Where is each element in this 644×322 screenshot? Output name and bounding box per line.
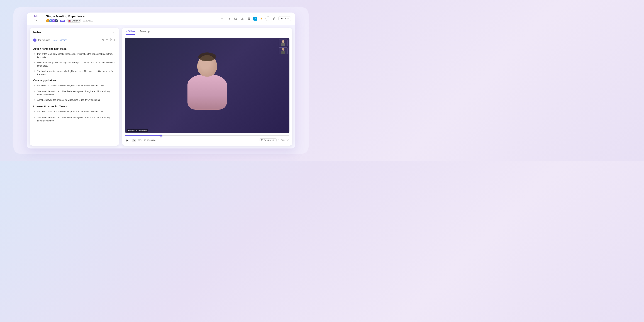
more-options-button[interactable] <box>219 16 225 21</box>
svg-point-2 <box>221 18 222 19</box>
video-panel: ✓ Video + Transcript <box>122 28 292 146</box>
person-body <box>188 74 227 110</box>
svg-marker-18 <box>34 70 35 72</box>
lightning-button[interactable] <box>259 16 264 21</box>
add-integration-button[interactable]: + <box>266 16 270 21</box>
copy-icon[interactable] <box>110 38 112 42</box>
tag-template-prefix: Tag template · <box>38 39 51 41</box>
progress-thumb[interactable] <box>160 134 162 137</box>
thumbnail-2[interactable] <box>279 48 288 54</box>
svg-point-5 <box>228 18 229 19</box>
video-tabs: ✓ Video + Transcript <box>122 28 292 35</box>
language-selector[interactable]: 🇬🇧 English ▾ <box>66 19 82 22</box>
note-item: 50% of the company's meetings are in Eng… <box>33 61 116 68</box>
search-button[interactable] <box>226 16 232 21</box>
notes-body: Action items and next steps Part of the … <box>30 44 119 146</box>
video-player: Annabela García Guerrero <box>125 38 290 133</box>
bullet-icon <box>33 110 36 114</box>
tag-template-check-icon: ✓ <box>33 38 36 42</box>
notes-section-license: License Structure for Teams Annabela dis… <box>33 105 116 122</box>
svg-point-3 <box>222 18 222 19</box>
svg-marker-23 <box>34 117 35 118</box>
video-controls-container: ▶ 2x 720p 10:00 / 44:04 <box>125 135 290 143</box>
play-icon: ▶ <box>126 139 128 142</box>
svg-point-4 <box>222 18 223 19</box>
progress-fill <box>125 135 161 136</box>
bullet-icon <box>33 99 36 102</box>
link-button[interactable] <box>272 16 277 21</box>
salesforce-icon[interactable]: S <box>253 17 257 20</box>
tag-actions: + <box>102 38 116 42</box>
svg-marker-22 <box>34 111 35 112</box>
notes-panel: Notes ✓ Tag template · User Research <box>30 28 119 146</box>
tab-plus-icon: + <box>138 30 139 32</box>
logo-text: tl;dv <box>34 15 38 17</box>
video-content: Annabela García Guerrero ▶ <box>122 35 292 146</box>
create-clip-button[interactable]: Create a clip <box>260 138 277 142</box>
notes-header: Notes <box>30 28 119 36</box>
note-text: The hindi transcript seems to be highly … <box>37 70 116 76</box>
bullet-icon <box>33 90 36 94</box>
share-label: Share <box>281 17 286 20</box>
person-head <box>197 55 217 76</box>
video-main: Annabela García Guerrero <box>125 38 290 133</box>
note-text: 50% of the company's meetings are in Eng… <box>37 61 116 68</box>
quality-badge[interactable]: 720p <box>138 139 142 141</box>
progress-bar[interactable] <box>125 135 290 136</box>
svg-rect-8 <box>248 18 249 18</box>
sidebar-search-button[interactable] <box>33 17 38 22</box>
trim-button[interactable]: Trim <box>278 139 285 141</box>
svg-line-6 <box>229 19 230 20</box>
tab-video[interactable]: ✓ Video <box>126 30 135 35</box>
share-button[interactable]: Share ▾ <box>278 16 291 21</box>
avatar-4: D <box>54 19 58 22</box>
meeting-title: Single Meeting Experience... <box>46 15 216 18</box>
note-item: She found it easy to record her first me… <box>33 116 116 122</box>
svg-marker-17 <box>34 62 35 63</box>
svg-point-28 <box>279 140 279 140</box>
flag-icon: 🇬🇧 <box>68 20 71 22</box>
header-actions: S + Share ▾ <box>219 16 291 21</box>
notes-title: Notes <box>33 31 41 34</box>
time-current: 10:00 <box>144 139 149 141</box>
check-icon: ✓ <box>126 30 127 32</box>
title-area: Single Meeting Experience... A B C D PRO… <box>46 15 216 22</box>
tab-transcript[interactable]: + Transcript <box>138 30 150 35</box>
play-button[interactable]: ▶ <box>125 138 130 143</box>
svg-line-32 <box>288 139 289 140</box>
section-title-action-items: Action items and next steps <box>33 48 116 50</box>
tag-template-link[interactable]: User Research <box>53 39 67 41</box>
share-chevron-icon: ▾ <box>288 17 288 20</box>
notes-collapse-button[interactable] <box>113 30 116 34</box>
pro-badge: PRO <box>60 20 65 22</box>
thumbnail-1[interactable] <box>279 40 288 46</box>
svg-marker-19 <box>34 84 35 86</box>
note-item: The hindi transcript seems to be highly … <box>33 70 116 76</box>
svg-rect-15 <box>111 39 112 41</box>
logo-area: tl;dv <box>31 15 40 22</box>
trim-label: Trim <box>281 139 285 141</box>
note-item: Annabela discovered tl;dv on Instagram. … <box>33 110 116 114</box>
tab-video-label: Video <box>128 30 135 32</box>
thumb-person-2 <box>280 48 286 54</box>
fullscreen-button[interactable] <box>287 139 290 142</box>
create-clip-label: Create a clip <box>264 139 275 141</box>
tag-template-bar: ✓ Tag template · User Research <box>30 36 119 44</box>
folder-button[interactable] <box>233 16 238 21</box>
svg-marker-20 <box>34 90 35 92</box>
speaker-name-tag: Annabela García Guerrero <box>127 129 148 132</box>
meeting-meta: A B C D PRO 🇬🇧 English ▾ 22/12/2022 <box>46 19 216 22</box>
download-button[interactable] <box>240 16 245 21</box>
notes-section-action-items: Action items and next steps Part of the … <box>33 48 116 76</box>
bullet-icon <box>33 84 36 88</box>
add-note-button[interactable]: + <box>114 38 116 42</box>
sparkle-icon[interactable] <box>106 38 108 42</box>
svg-point-29 <box>279 140 279 141</box>
grid-button[interactable] <box>246 16 252 21</box>
users-icon[interactable] <box>102 38 104 42</box>
time-display: 10:00 / 44:04 <box>144 139 156 141</box>
speed-badge[interactable]: 2x <box>132 139 136 142</box>
fullscreen-icon <box>287 139 290 141</box>
controls-right: Create a clip Trim <box>260 138 290 142</box>
bullet-icon <box>33 70 36 73</box>
